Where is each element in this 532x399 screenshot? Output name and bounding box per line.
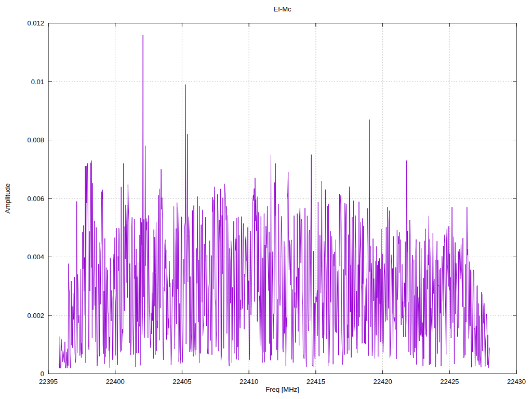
y-tick-label: 0.01 <box>31 78 44 86</box>
x-tick-label: 22400 <box>106 378 125 385</box>
y-axis-label: Amplitude <box>4 183 11 214</box>
x-tick-label: 22415 <box>307 378 325 385</box>
x-tick-label: 22395 <box>39 378 58 385</box>
x-tick-label: 22410 <box>240 378 258 385</box>
y-tick-label: 0 <box>41 370 44 378</box>
x-tick-label: 22430 <box>507 378 526 385</box>
x-axis-label: Freq [MHz] <box>48 385 516 393</box>
chart-figure: Ef-Mc Amplitude Freq [MHz] 2239522400224… <box>0 0 532 399</box>
y-tick-label: 0.004 <box>27 253 44 261</box>
chart-title: Ef-Mc <box>48 5 516 13</box>
y-tick-label: 0.008 <box>27 136 44 144</box>
plot-area: 2239522400224052241022415224202242522430… <box>0 0 532 399</box>
spectrum-line <box>59 35 490 368</box>
y-tick-label: 0.006 <box>27 195 44 203</box>
x-tick-label: 22405 <box>172 378 191 385</box>
y-tick-label: 0.012 <box>27 19 44 27</box>
x-tick-label: 22420 <box>373 378 392 385</box>
y-tick-label: 0.002 <box>27 312 44 320</box>
x-tick-label: 22425 <box>440 378 459 385</box>
